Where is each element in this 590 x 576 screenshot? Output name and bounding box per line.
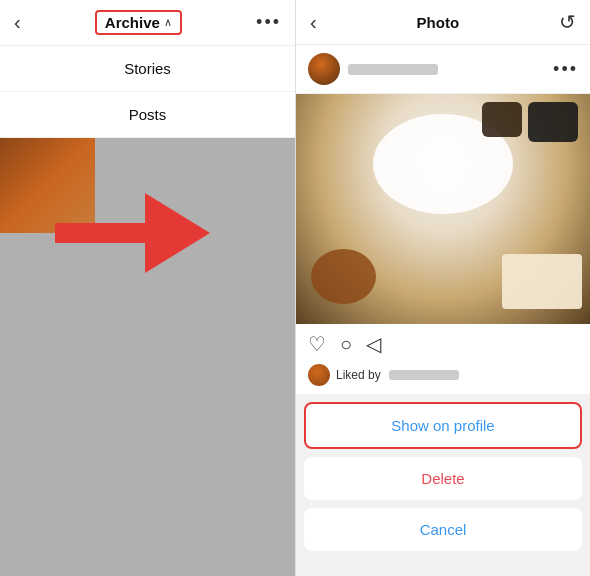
comment-icon[interactable]: ○ <box>340 333 352 356</box>
red-arrow-indicator <box>55 173 215 293</box>
avatar-post <box>308 53 340 85</box>
svg-marker-0 <box>55 193 210 273</box>
liked-by-text: Liked by <box>336 368 381 382</box>
delete-button[interactable]: Delete <box>304 457 582 500</box>
dropdown-menu: Stories Posts <box>0 46 295 138</box>
left-header: ‹ Archive ∧ ••• <box>0 0 295 46</box>
post-user-row: ••• <box>296 45 590 94</box>
menu-item-posts[interactable]: Posts <box>0 92 295 137</box>
back-button-left[interactable]: ‹ <box>14 11 21 34</box>
share-icon[interactable]: ◁ <box>366 332 381 356</box>
sushi-platter <box>502 254 582 309</box>
like-icon[interactable]: ♡ <box>308 332 326 356</box>
cancel-button[interactable]: Cancel <box>304 508 582 551</box>
liked-avatar-image <box>308 364 330 386</box>
right-panel: ‹ Photo ↺ ••• ♡ ○ ◁ Liked by <box>295 0 590 576</box>
post-username-blur <box>348 64 438 75</box>
show-on-profile-button[interactable]: Show on profile <box>304 402 582 449</box>
archive-grid <box>0 138 295 576</box>
sauce-dish-1 <box>528 102 578 142</box>
avatar-image <box>308 53 340 85</box>
left-panel: ‹ Archive ∧ ••• Stories Posts <box>0 0 295 576</box>
liked-by-row: Liked by <box>296 360 590 394</box>
back-button-right[interactable]: ‹ <box>310 11 317 34</box>
archive-dropdown-trigger[interactable]: Archive ∧ <box>95 10 182 35</box>
chevron-up-icon: ∧ <box>164 16 172 29</box>
bowl-bottom <box>311 249 376 304</box>
post-user-left <box>308 53 438 85</box>
photo-page-title: Photo <box>417 14 460 31</box>
post-more-options-icon[interactable]: ••• <box>553 59 578 80</box>
post-actions-row: ♡ ○ ◁ <box>296 324 590 360</box>
liked-by-avatar <box>308 364 330 386</box>
right-header: ‹ Photo ↺ <box>296 0 590 45</box>
sauce-dish-2 <box>482 102 522 137</box>
liked-username-blur <box>389 370 459 380</box>
post-photo <box>296 94 590 324</box>
more-options-icon-left[interactable]: ••• <box>256 12 281 33</box>
menu-item-stories[interactable]: Stories <box>0 46 295 92</box>
undo-icon[interactable]: ↺ <box>559 10 576 34</box>
archive-title: Archive <box>105 14 160 31</box>
photo-simulation <box>296 94 590 324</box>
action-buttons-area: Show on profile Delete Cancel <box>296 394 590 576</box>
